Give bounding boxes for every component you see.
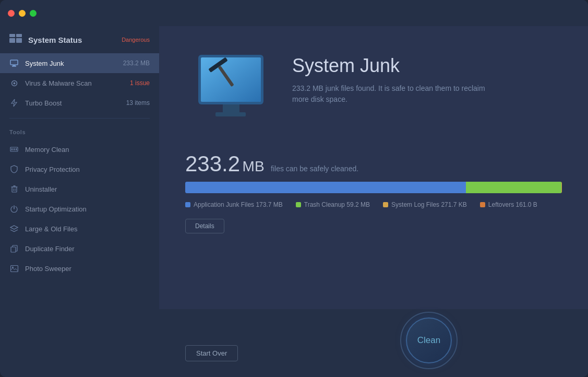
sidebar-item-system-junk[interactable]: System Junk 233.2 MB — [0, 53, 159, 73]
legend-dot-yellow — [383, 202, 388, 207]
sidebar-separator — [9, 118, 150, 119]
legend-dot-blue — [185, 202, 190, 207]
sidebar-item-startup[interactable]: Startup Optimization — [0, 199, 159, 219]
system-status-icon — [9, 34, 24, 45]
sidebar-item-large-files[interactable]: Large & Old Files — [0, 219, 159, 239]
nav-label-startup: Startup Optimization — [25, 205, 87, 213]
svg-rect-6 — [11, 148, 13, 150]
clean-button[interactable]: Clean — [406, 317, 452, 363]
nav-label-privacy: Privacy Protection — [25, 166, 80, 173]
nav-label-virus: Virus & Malware Scan — [25, 79, 92, 87]
monitor-icon — [9, 58, 19, 68]
traffic-lights — [8, 10, 37, 17]
sidebar-title-area: System Status — [9, 34, 82, 45]
sidebar-status-badge: Dangerous — [122, 37, 150, 43]
legend-item-system-log: System Log Files 271.7 KB — [383, 201, 467, 208]
sidebar-item-virus-malware[interactable]: Virus & Malware Scan 1 issue — [0, 73, 159, 93]
sidebar-title: System Status — [28, 36, 82, 44]
svg-point-4 — [13, 82, 15, 84]
progress-segment-trash — [466, 182, 561, 193]
clean-btn-wrapper: Clean — [400, 312, 458, 369]
legend-label-leftovers: Leftovers 161.0 B — [488, 201, 537, 208]
sidebar-item-privacy[interactable]: Privacy Protection — [0, 159, 159, 179]
svg-rect-8 — [16, 148, 17, 150]
legend-label-trash: Trash Cleanup 59.2 MB — [304, 201, 370, 208]
legend-dot-orange — [480, 202, 485, 207]
svg-rect-14 — [11, 247, 16, 252]
power-icon — [9, 204, 19, 214]
legend-label-app-junk: Application Junk Files 173.7 MB — [194, 201, 283, 208]
memory-icon — [9, 145, 19, 154]
nav-badge-turbo: 13 items — [126, 99, 150, 107]
svg-rect-7 — [14, 148, 15, 150]
progress-bar — [185, 182, 562, 193]
minimize-button[interactable] — [19, 10, 26, 17]
legend-item-app-junk: Application Junk Files 173.7 MB — [185, 201, 283, 208]
svg-rect-9 — [12, 187, 17, 192]
sidebar-item-duplicate[interactable]: Duplicate Finder — [0, 239, 159, 258]
virus-icon — [9, 78, 19, 88]
nav-badge-system-junk: 233.2 MB — [123, 60, 150, 67]
legend-dot-green — [296, 202, 301, 207]
nav-section: System Junk 233.2 MB Virus & Malware Sca… — [0, 51, 159, 115]
sidebar-item-turbo-boost[interactable]: Turbo Boost 13 items — [0, 93, 159, 113]
nav-label-large-files: Large & Old Files — [25, 225, 77, 233]
legend-item-leftovers: Leftovers 161.0 B — [480, 201, 537, 208]
progress-segment-app-junk — [185, 182, 466, 193]
stats-label: files can be safely cleaned. — [271, 164, 358, 173]
hero-section: System Junk 233.2 MB junk files found. I… — [185, 47, 562, 131]
svg-rect-0 — [10, 60, 18, 65]
sidebar-item-memory-clean[interactable]: Memory Clean — [0, 139, 159, 159]
nav-badge-virus: 1 issue — [130, 79, 150, 87]
nav-label-memory: Memory Clean — [25, 146, 69, 154]
stats-unit: MB — [243, 158, 265, 174]
legend: Application Junk Files 173.7 MB Trash Cl… — [185, 201, 562, 208]
bolt-icon — [9, 98, 19, 108]
hero-text: System Junk 233.2 MB junk files found. I… — [292, 47, 501, 105]
stats-size: 233.2 MB files can be safely cleaned. — [185, 151, 562, 176]
clean-button-outer-ring: Clean — [400, 312, 458, 369]
main-content-area: System Junk 233.2 MB junk files found. I… — [159, 0, 588, 377]
tools-label: Tools — [0, 121, 159, 139]
hero-icon — [185, 47, 274, 131]
sidebar: System Status Dangerous System Junk 233.… — [0, 0, 159, 377]
details-button[interactable]: Details — [185, 219, 224, 233]
legend-item-trash: Trash Cleanup 59.2 MB — [296, 201, 370, 208]
trash-icon — [9, 184, 19, 194]
nav-label-duplicate: Duplicate Finder — [25, 245, 75, 253]
start-over-button[interactable]: Start Over — [185, 345, 238, 361]
sidebar-header: System Status Dangerous — [0, 26, 159, 51]
sidebar-item-uninstaller[interactable]: Uninstaller — [0, 179, 159, 199]
image-icon — [9, 264, 19, 273]
layers-icon — [9, 224, 19, 233]
maximize-button[interactable] — [30, 10, 37, 17]
nav-label-uninstaller: Uninstaller — [25, 185, 57, 193]
clean-btn-label: Clean — [417, 335, 440, 346]
svg-rect-21 — [215, 112, 246, 116]
copy-icon — [9, 244, 19, 253]
legend-label-system-log: System Log Files 271.7 KB — [391, 201, 467, 208]
nav-label-system-junk: System Junk — [25, 60, 64, 67]
stats-section: 233.2 MB files can be safely cleaned. Ap… — [185, 151, 562, 233]
stats-number: 233.2 — [185, 151, 240, 176]
titlebar — [0, 0, 588, 26]
bottom-section: Start Over Clean — [159, 309, 588, 377]
close-button[interactable] — [8, 10, 15, 17]
nav-label-turbo: Turbo Boost — [25, 99, 62, 107]
nav-label-photo: Photo Sweeper — [25, 265, 71, 273]
hero-title: System Junk — [292, 55, 501, 77]
hero-subtitle: 233.2 MB junk files found. It is safe to… — [292, 83, 501, 105]
sidebar-item-photo-sweeper[interactable]: Photo Sweeper — [0, 258, 159, 278]
svg-rect-19 — [201, 57, 261, 102]
shield-icon — [9, 164, 19, 174]
